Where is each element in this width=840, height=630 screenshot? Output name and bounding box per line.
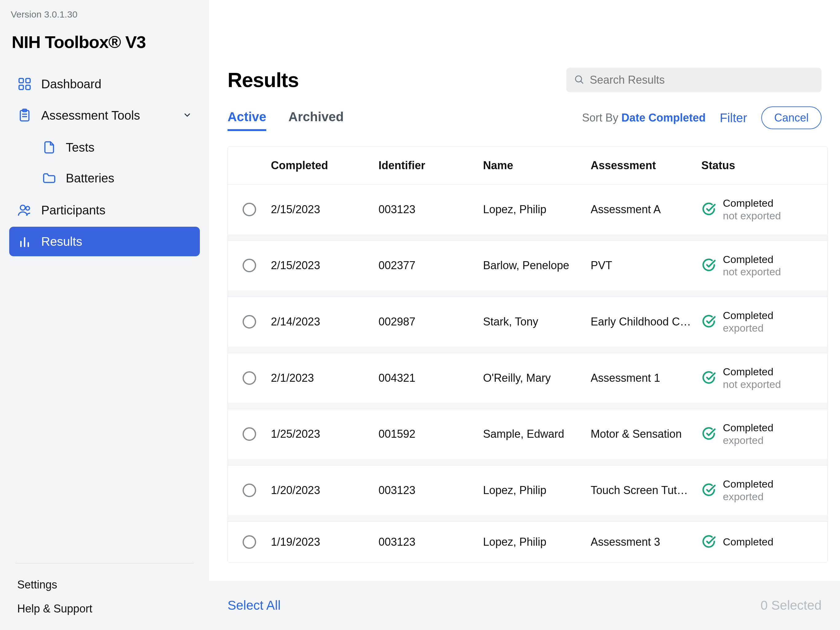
main-content: Results Active Archived Sort By D xyxy=(209,0,840,630)
selection-bar: Select All 0 Selected xyxy=(209,581,840,630)
users-icon xyxy=(17,203,32,217)
page-title: Results xyxy=(227,68,298,92)
table-row[interactable]: 2/15/2023003123Lopez, PhilipAssessment A… xyxy=(228,184,827,234)
cell-identifier: 001592 xyxy=(379,427,483,440)
row-select-radio[interactable] xyxy=(243,371,256,385)
sidebar-item-label: Tests xyxy=(66,141,95,154)
svg-line-14 xyxy=(581,81,583,83)
row-select-radio[interactable] xyxy=(243,203,256,216)
sidebar-item-tests[interactable]: Tests xyxy=(34,132,200,163)
table-row[interactable]: 1/19/2023003123Lopez, PhilipAssessment 3… xyxy=(228,521,827,562)
cell-completed: 2/1/2023 xyxy=(271,372,379,385)
filter-button[interactable]: Filter xyxy=(720,111,747,125)
cell-completed: 2/15/2023 xyxy=(271,259,379,272)
check-circle-icon xyxy=(701,370,716,386)
sidebar-item-results[interactable]: Results xyxy=(9,227,200,256)
check-circle-icon xyxy=(701,426,716,442)
tab-active[interactable]: Active xyxy=(227,104,266,131)
select-all-button[interactable]: Select All xyxy=(227,598,281,613)
cell-name: Lopez, Philip xyxy=(483,484,591,497)
sidebar-item-assessment-tools[interactable]: Assessment Tools xyxy=(9,101,200,130)
row-select-radio[interactable] xyxy=(243,427,256,441)
svg-rect-0 xyxy=(19,78,24,83)
results-table: Completed Identifier Name Assessment Sta… xyxy=(227,146,828,563)
sidebar-help[interactable]: Help & Support xyxy=(9,597,200,621)
row-select-radio[interactable] xyxy=(243,484,256,497)
sidebar-item-batteries[interactable]: Batteries xyxy=(34,163,200,193)
sidebar-item-label: Dashboard xyxy=(41,77,101,91)
sidebar-settings[interactable]: Settings xyxy=(9,573,200,597)
table-row[interactable]: 2/15/2023002377Barlow, PenelopePVTComple… xyxy=(228,241,827,291)
status-secondary: exported xyxy=(723,490,773,503)
status-secondary: not exported xyxy=(723,209,781,222)
table-header: Completed Identifier Name Assessment Sta… xyxy=(228,147,827,184)
search-field[interactable] xyxy=(590,73,814,86)
check-circle-icon xyxy=(701,201,716,217)
cell-identifier: 004321 xyxy=(379,372,483,385)
cancel-button[interactable]: Cancel xyxy=(761,106,821,129)
search-icon xyxy=(574,74,584,86)
row-select-radio[interactable] xyxy=(243,315,256,329)
sidebar: Version 3.0.1.30 NIH Toolbox® V3 Dashboa… xyxy=(0,0,209,630)
cell-assessment: Touch Screen Tut… xyxy=(591,484,701,497)
cell-identifier: 002987 xyxy=(379,315,483,328)
cell-status: Completednot exported xyxy=(701,197,827,222)
sidebar-item-participants[interactable]: Participants xyxy=(9,195,200,225)
cell-name: O'Reilly, Mary xyxy=(483,372,591,385)
cell-assessment: Assessment 1 xyxy=(591,372,701,385)
row-select-radio[interactable] xyxy=(243,259,256,272)
tab-archived[interactable]: Archived xyxy=(288,104,344,131)
sidebar-sub-assessment: Tests Batteries xyxy=(9,132,200,193)
cell-name: Sample, Edward xyxy=(483,427,591,440)
bar-chart-icon xyxy=(17,234,32,249)
sidebar-item-label: Participants xyxy=(41,203,106,217)
chevron-down-icon xyxy=(183,109,192,122)
cell-completed: 2/15/2023 xyxy=(271,203,379,216)
check-circle-icon xyxy=(701,258,716,274)
cell-assessment: PVT xyxy=(591,259,701,272)
cell-identifier: 003123 xyxy=(379,203,483,216)
status-secondary: not exported xyxy=(723,266,781,278)
dashboard-icon xyxy=(17,77,32,91)
cell-completed: 1/19/2023 xyxy=(271,535,379,548)
table-row[interactable]: 1/25/2023001592Sample, EdwardMotor & Sen… xyxy=(228,409,827,459)
table-row[interactable]: 2/14/2023002987Stark, TonyEarly Childhoo… xyxy=(228,296,827,347)
search-input[interactable] xyxy=(566,68,821,92)
results-tabs: Active Archived xyxy=(227,104,344,131)
sidebar-item-label: Assessment Tools xyxy=(41,109,140,122)
cell-completed: 1/25/2023 xyxy=(271,427,379,440)
sort-control[interactable]: Sort By Date Completed xyxy=(582,111,706,124)
sidebar-item-dashboard[interactable]: Dashboard xyxy=(9,69,200,99)
status-primary: Completed xyxy=(723,366,781,378)
table-row[interactable]: 2/1/2023004321O'Reilly, MaryAssessment 1… xyxy=(228,353,827,403)
cell-status: Completedexported xyxy=(701,478,827,503)
cell-assessment: Assessment A xyxy=(591,203,701,216)
status-secondary: not exported xyxy=(723,378,781,391)
check-circle-icon xyxy=(701,482,716,499)
status-primary: Completed xyxy=(723,421,773,434)
file-icon xyxy=(42,140,57,155)
sidebar-item-label: Batteries xyxy=(66,171,114,185)
table-row[interactable]: 1/20/2023003123Lopez, PhilipTouch Screen… xyxy=(228,465,827,515)
row-select-radio[interactable] xyxy=(243,535,256,549)
cell-status: Completednot exported xyxy=(701,366,827,391)
folder-icon xyxy=(42,171,57,185)
cell-name: Lopez, Philip xyxy=(483,203,591,216)
cell-status: Completedexported xyxy=(701,309,827,334)
svg-rect-3 xyxy=(26,85,30,90)
check-circle-icon xyxy=(701,534,716,550)
svg-rect-1 xyxy=(26,78,30,83)
status-primary: Completed xyxy=(723,253,781,266)
cell-identifier: 003123 xyxy=(379,484,483,497)
status-secondary: exported xyxy=(723,434,773,446)
status-primary: Completed xyxy=(723,309,773,322)
check-circle-icon xyxy=(701,314,716,330)
cell-assessment: Assessment 3 xyxy=(591,535,701,548)
col-identifier: Identifier xyxy=(379,159,483,172)
cell-completed: 2/14/2023 xyxy=(271,315,379,328)
cell-name: Lopez, Philip xyxy=(483,535,591,548)
sidebar-divider xyxy=(15,563,194,564)
cell-assessment: Motor & Sensation xyxy=(591,427,701,440)
main-header: Results xyxy=(209,0,840,92)
status-secondary: exported xyxy=(723,322,773,334)
